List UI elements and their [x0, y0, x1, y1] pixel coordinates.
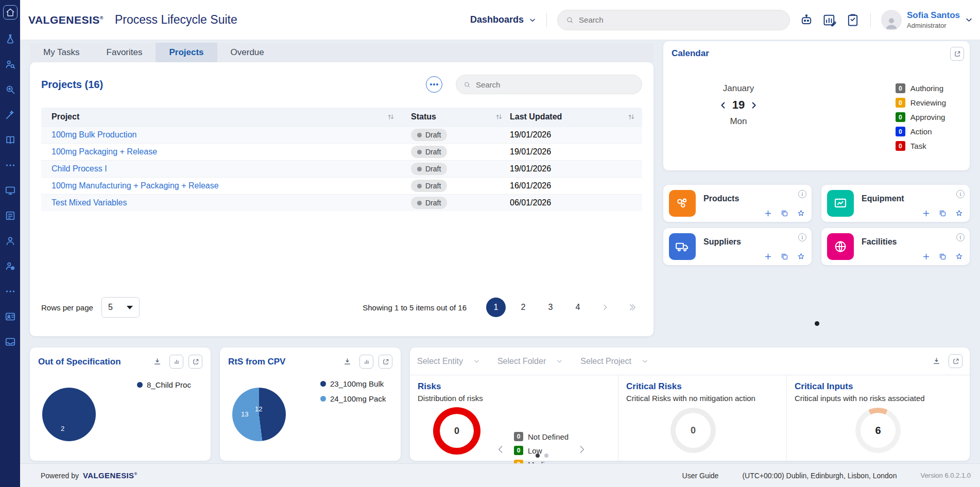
- legend-item[interactable]: 8_Child Proc: [137, 380, 191, 389]
- tile-suppliers[interactable]: Suppliers: [663, 228, 812, 265]
- expand-icon[interactable]: [188, 355, 202, 369]
- global-search-input[interactable]: [579, 15, 781, 24]
- assistant-bot-icon[interactable]: [799, 13, 814, 27]
- table-row[interactable]: Test Mixed Variables Draft 06/01/2026: [41, 194, 642, 211]
- chart-edit-icon[interactable]: [822, 13, 837, 27]
- project-link[interactable]: 100mg Manufacturing + Packaging + Releas…: [51, 181, 219, 190]
- tab-my-tasks[interactable]: My Tasks: [30, 43, 93, 62]
- legend-authoring: 0Authoring: [896, 83, 946, 93]
- star-icon[interactable]: [955, 209, 964, 218]
- tab-favorites[interactable]: Favorites: [93, 43, 156, 62]
- projects-search[interactable]: [456, 75, 642, 94]
- expand-icon[interactable]: [379, 355, 392, 369]
- page-button[interactable]: 2: [513, 298, 533, 317]
- star-icon[interactable]: [955, 252, 964, 261]
- search-gear-icon[interactable]: [5, 84, 16, 95]
- select-folder-dropdown[interactable]: Select Folder: [497, 357, 563, 366]
- expand-icon[interactable]: [949, 354, 962, 368]
- project-link[interactable]: Child Process I: [51, 164, 107, 173]
- project-link[interactable]: Test Mixed Variables: [51, 198, 127, 207]
- add-icon[interactable]: [922, 209, 931, 218]
- page-button[interactable]: 1: [486, 298, 506, 317]
- select-project-dropdown[interactable]: Select Project: [580, 357, 648, 366]
- showing-text: Showing 1 to 5 items out of 16: [363, 303, 467, 312]
- carousel-dot[interactable]: [815, 321, 819, 326]
- download-icon[interactable]: [930, 354, 943, 368]
- download-icon[interactable]: [150, 355, 164, 369]
- next-day-icon[interactable]: [750, 101, 758, 109]
- monitor-icon[interactable]: [5, 185, 16, 196]
- previous-day-icon[interactable]: [719, 101, 727, 109]
- page-button[interactable]: 3: [541, 298, 560, 317]
- select-entity-dropdown[interactable]: Select Entity: [417, 357, 480, 366]
- info-icon[interactable]: [798, 190, 806, 198]
- critical-risks-donut-chart[interactable]: 0: [670, 408, 716, 453]
- projects-more-button[interactable]: [426, 76, 442, 93]
- expand-icon[interactable]: [950, 47, 964, 61]
- add-icon[interactable]: [764, 252, 772, 261]
- star-icon[interactable]: [797, 252, 805, 261]
- table-row[interactable]: 100mg Manufacturing + Packaging + Releas…: [41, 177, 642, 194]
- legend-item[interactable]: 23_100mg Bulk: [320, 379, 386, 388]
- info-icon[interactable]: [956, 190, 965, 198]
- chart-type-icon[interactable]: [359, 355, 373, 369]
- top-bar: VALGENESIS® Process Lifecycle Suite Dash…: [20, 0, 980, 40]
- page-button[interactable]: 4: [568, 298, 588, 317]
- rows-per-page-select[interactable]: 5: [101, 297, 140, 318]
- global-search[interactable]: [557, 10, 790, 30]
- carousel-dot[interactable]: [544, 454, 548, 458]
- tab-overdue[interactable]: Overdue: [217, 43, 278, 62]
- sort-icon[interactable]: [495, 113, 503, 120]
- user-icon[interactable]: [5, 235, 16, 247]
- info-icon[interactable]: [956, 233, 965, 241]
- info-icon[interactable]: [798, 233, 806, 241]
- book-icon[interactable]: [5, 134, 16, 146]
- tile-products[interactable]: Products: [663, 185, 812, 222]
- user-guide-link[interactable]: User Guide: [682, 472, 719, 480]
- dashboards-menu[interactable]: Dashboards: [470, 14, 536, 25]
- flask-icon[interactable]: [5, 33, 16, 45]
- drive-icon[interactable]: [5, 336, 16, 347]
- project-link[interactable]: 100mg Packaging + Release: [51, 147, 157, 156]
- legend-item[interactable]: 24_100mg Pack: [320, 394, 386, 403]
- copy-icon[interactable]: [780, 252, 789, 261]
- download-icon[interactable]: [340, 355, 354, 369]
- table-row[interactable]: Child Process I Draft 19/01/2026: [41, 160, 642, 177]
- legend-next-icon[interactable]: [577, 444, 587, 455]
- next-page-icon[interactable]: [595, 298, 615, 317]
- sort-icon[interactable]: [387, 113, 394, 120]
- more-icon[interactable]: [5, 286, 16, 297]
- critical-inputs-donut-chart[interactable]: 6: [855, 408, 901, 453]
- card-icon[interactable]: [5, 210, 16, 221]
- risks-donut-chart[interactable]: 0: [433, 407, 480, 455]
- chart-type-icon[interactable]: [169, 355, 183, 369]
- table-row[interactable]: 100mg Packaging + Release Draft 19/01/20…: [41, 143, 642, 160]
- tile-facilities[interactable]: Facilities: [821, 228, 970, 265]
- legend-prev-icon[interactable]: [495, 444, 506, 455]
- oos-pie-chart[interactable]: [42, 388, 96, 441]
- add-icon[interactable]: [764, 209, 772, 218]
- user-menu-chevron-icon[interactable]: [965, 16, 973, 24]
- user-menu[interactable]: Sofia Santos Administrator: [881, 10, 960, 30]
- clipboard-icon[interactable]: [846, 13, 860, 27]
- star-icon[interactable]: [797, 209, 805, 218]
- user-search-icon[interactable]: [5, 59, 16, 70]
- tab-projects[interactable]: Projects: [156, 43, 217, 62]
- more-icon[interactable]: [5, 160, 16, 171]
- copy-icon[interactable]: [938, 209, 947, 218]
- home-icon[interactable]: [3, 5, 18, 20]
- contact-card-icon[interactable]: [5, 311, 16, 322]
- wand-icon[interactable]: [5, 109, 16, 120]
- projects-search-input[interactable]: [476, 80, 634, 89]
- rts-pie-chart[interactable]: [232, 388, 286, 441]
- carousel-dot[interactable]: [536, 454, 540, 458]
- user-gear-icon[interactable]: [5, 260, 16, 272]
- sort-icon[interactable]: [628, 113, 635, 120]
- last-page-icon[interactable]: [623, 298, 642, 317]
- project-link[interactable]: 100mg Bulk Production: [51, 130, 136, 139]
- add-icon[interactable]: [922, 252, 931, 261]
- copy-icon[interactable]: [938, 252, 947, 261]
- table-row[interactable]: 100mg Bulk Production Draft 19/01/2026: [41, 126, 642, 143]
- copy-icon[interactable]: [780, 209, 789, 218]
- tile-equipment[interactable]: Equipment: [821, 185, 970, 222]
